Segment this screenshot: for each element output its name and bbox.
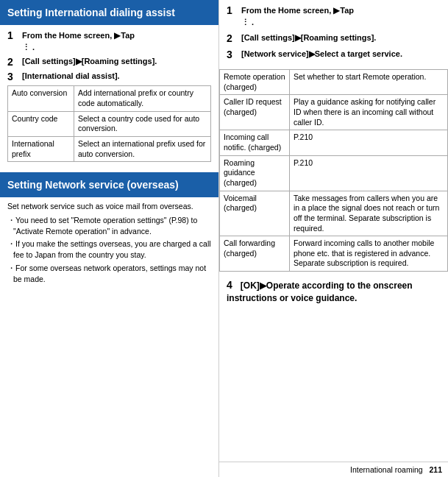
left-step2: 2 [Call settings]▶[Roaming settings]. [7, 56, 211, 68]
r-step-num-1: 1 [227, 4, 238, 16]
left-settings-table: Auto conversionAdd international prefix … [7, 85, 211, 162]
left-steps: 1 From the Home screen, ▶Tap⋮ . 2 [Call … [0, 25, 218, 166]
table-cell-desc: Add international prefix or country code… [74, 86, 211, 111]
table-cell-label: Remote operation (charged) [220, 70, 290, 95]
table-row: Roaming guidance (charged)P.210 [220, 155, 448, 191]
table-cell-label: Auto conversion [8, 86, 74, 111]
table-cell-desc: Set whether to start Remote operation. [290, 70, 448, 95]
footer-label: International roaming [350, 465, 423, 474]
table-row: Auto conversionAdd international prefix … [8, 86, 211, 111]
left-column: Setting International dialing assist 1 F… [0, 0, 219, 477]
table-cell-label: Call forwarding (charged) [220, 236, 290, 272]
table-cell-label: Caller ID request (charged) [220, 95, 290, 130]
left-step1: 1 From the Home screen, ▶Tap⋮ . [7, 29, 211, 53]
list-item: If you make the settings overseas, you a… [7, 239, 211, 260]
r-step-num-3: 3 [227, 49, 238, 60]
table-cell-desc: Play a guidance asking for notifying cal… [290, 95, 448, 130]
box1-title: Setting International dialing assist [7, 6, 211, 19]
right-column: 1 From the Home screen, ▶Tap⋮ . 2 [Call … [219, 0, 448, 477]
list-item: You need to set "Remote operation settin… [7, 215, 211, 236]
step-num-3: 3 [7, 71, 19, 82]
r-step-num-2: 2 [227, 32, 238, 44]
table-row: Incoming call notific. (charged)P.210 [220, 130, 448, 155]
table-cell-label: Voicemail (charged) [220, 191, 290, 236]
right-settings-table: Remote operation (charged)Set whether to… [219, 69, 448, 272]
step3-text: [International dial assist]. [22, 71, 120, 82]
r-step1-text: From the Home screen, ▶Tap⋮ . [241, 4, 354, 28]
network-bullets: You need to set "Remote operation settin… [7, 215, 211, 284]
r-step-num-4: 4 [227, 279, 232, 291]
right-steps-top: 1 From the Home screen, ▶Tap⋮ . 2 [Call … [219, 0, 448, 69]
step2-text: [Call settings]▶[Roaming settings]. [22, 56, 157, 67]
table-cell-label: Country code [8, 111, 74, 136]
table-cell-label: Incoming call notific. (charged) [220, 130, 290, 155]
right-step3: 3 [Network service]▶Select a target serv… [227, 49, 441, 60]
r-step2-text: [Call settings]▶[Roaming settings]. [241, 32, 376, 43]
table-row: Voicemail (charged)Take messages from ca… [220, 191, 448, 236]
r-step3-text: [Network service]▶Select a target servic… [241, 49, 402, 60]
table-cell-desc: P.210 [290, 155, 448, 191]
r-step4-text: [OK]▶Operate according to the onscreen i… [227, 280, 413, 303]
box2-title: Setting Network service (overseas) [7, 178, 211, 191]
footer-page: 211 [429, 465, 442, 474]
left-step3: 3 [International dial assist]. [7, 71, 211, 82]
list-item: For some overseas network operators, set… [7, 263, 211, 284]
right-step4: 4 [OK]▶Operate according to the onscreen… [219, 276, 448, 308]
table-row: International prefixSelect an internatio… [8, 136, 211, 161]
box2-header: Setting Network service (overseas) [0, 172, 218, 197]
table-cell-desc: Select an international prefix used for … [74, 136, 211, 161]
table-cell-desc: P.210 [290, 130, 448, 155]
step-num-2: 2 [7, 56, 19, 68]
table-row: Caller ID request (charged)Play a guidan… [220, 95, 448, 130]
table-cell-label: International prefix [8, 136, 74, 161]
box1-header: Setting International dialing assist [0, 0, 218, 25]
table-row: Call forwarding (charged)Forward incomin… [220, 236, 448, 272]
table-row: Country codeSelect a country code used f… [8, 111, 211, 136]
table-row: Remote operation (charged)Set whether to… [220, 70, 448, 95]
table-cell-label: Roaming guidance (charged) [220, 155, 290, 191]
table-cell-desc: Take messages from callers when you are … [290, 191, 448, 236]
right-step2: 2 [Call settings]▶[Roaming settings]. [227, 32, 441, 44]
footer: International roaming 211 [219, 462, 448, 477]
right-step1: 1 From the Home screen, ▶Tap⋮ . [227, 4, 441, 28]
network-description: Set network service such as voice mail f… [0, 197, 218, 290]
network-intro: Set network service such as voice mail f… [7, 202, 193, 211]
step-num-1: 1 [7, 29, 19, 41]
table-cell-desc: Select a country code used for auto conv… [74, 111, 211, 136]
step1-text: From the Home screen, ▶Tap⋮ . [22, 29, 135, 53]
table-cell-desc: Forward incoming calls to another mobile… [290, 236, 448, 272]
